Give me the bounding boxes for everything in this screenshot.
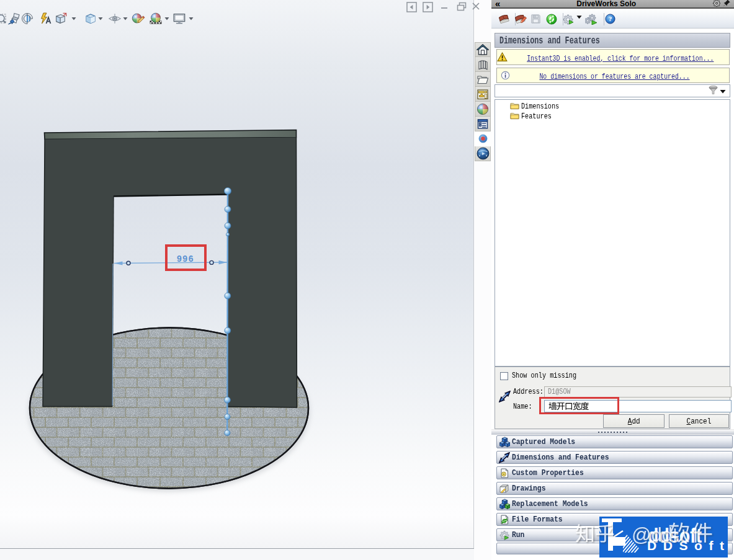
close-button[interactable] (472, 2, 480, 14)
svg-text:996: 996 (177, 254, 194, 264)
generate-options-icon[interactable] (562, 12, 575, 26)
zoom-to-area-icon[interactable] (7, 12, 20, 25)
notice-instant3d-link[interactable]: Instant3D is enabled, click for more inf… (527, 51, 723, 63)
panel-title: DriveWorks Solo (500, 0, 712, 8)
tab-view-palette[interactable] (475, 87, 491, 102)
folder-icon (510, 112, 519, 122)
file-formats-icon (497, 515, 512, 525)
save-icon[interactable] (529, 12, 542, 26)
show-only-missing-row: Show only missing (500, 371, 588, 380)
panel-options-gear-icon[interactable] (712, 0, 720, 9)
scene-3d-model: 996 (0, 0, 474, 548)
hide-show-items-icon[interactable] (108, 12, 122, 25)
generate-options-dropdown[interactable] (575, 15, 583, 19)
notice-no-captures[interactable]: No dimensions or features are captured..… (496, 68, 730, 83)
tab-design-library[interactable] (475, 57, 491, 72)
pane-splitter[interactable] (491, 429, 734, 435)
edit-appearance-icon[interactable] (132, 12, 145, 25)
annotation-red-box-name-field (539, 397, 619, 414)
view-orientation-dropdown[interactable] (71, 12, 77, 25)
show-only-missing-label: Show only missing (512, 371, 576, 380)
filter-box[interactable] (495, 84, 730, 97)
tab-appearances[interactable] (475, 102, 491, 117)
tab-driveworks-solo[interactable] (475, 131, 491, 146)
filter-funnel-icon[interactable] (709, 86, 718, 98)
folder-icon (510, 102, 519, 112)
notice-instant3d[interactable]: Instant3D is enabled, click for more inf… (496, 49, 730, 65)
task-pane-gutter (474, 0, 491, 560)
next-pane-button[interactable] (423, 2, 433, 16)
display-style-dropdown[interactable] (97, 12, 104, 25)
add-button[interactable]: Add (603, 414, 665, 428)
address-label: Address: (513, 388, 544, 396)
view-orientation-icon[interactable] (53, 12, 67, 25)
tree-item-dimensions[interactable]: Dimensions (495, 102, 730, 112)
capture-book-icon[interactable] (497, 12, 511, 26)
dimensions-and-features-icon (497, 452, 512, 463)
capture-tree: Dimensions Features (495, 99, 730, 367)
driveworks-home-icon[interactable] (545, 12, 558, 26)
run-icon (497, 530, 512, 540)
tab-file-explorer[interactable] (475, 72, 491, 87)
svg-text:@dd: @dd (632, 524, 673, 546)
notice-no-captures-link[interactable]: No dimensions or features are captured..… (530, 69, 707, 81)
previous-pane-button[interactable] (406, 2, 417, 16)
section-dimensions-and-features[interactable]: Dimensions and Features (496, 451, 733, 464)
solidworks-app: 996 (0, 0, 734, 560)
panel-pin-icon[interactable] (723, 0, 731, 9)
info-icon (497, 71, 513, 80)
driveworks-panel: « DriveWorks Solo Dimensions and Feature… (491, 0, 734, 560)
warning-icon (497, 52, 508, 62)
tab-solidworks-forum[interactable] (475, 146, 491, 161)
viewport-3d[interactable]: 996 (0, 0, 474, 548)
view-settings-dropdown[interactable] (188, 12, 194, 25)
tab-custom-properties[interactable] (475, 117, 491, 131)
minimize-button[interactable] (441, 1, 449, 13)
show-only-missing-checkbox[interactable] (500, 372, 508, 380)
section-replacement-models[interactable]: Replacement Models (496, 497, 733, 510)
address-field[interactable]: D1@SOW (544, 386, 732, 398)
cancel-button[interactable]: Cancel (669, 414, 729, 428)
drawings-icon (497, 484, 512, 494)
apply-scene-icon[interactable] (149, 12, 163, 25)
name-label: Name: (513, 402, 532, 411)
watermark-overlay-text: ddsoft @dd (574, 518, 734, 547)
dimension-996: 996 (114, 254, 227, 265)
panel-toolbar (491, 10, 734, 29)
capture-dimension-icon (499, 391, 511, 406)
apply-scene-dropdown[interactable] (164, 12, 170, 25)
display-style-icon[interactable] (84, 12, 97, 25)
section-drawings[interactable]: Drawings (496, 482, 733, 495)
view-settings-icon[interactable] (172, 12, 186, 25)
captured-models-icon (497, 437, 512, 447)
panel-section-header: Dimensions and Features (495, 33, 730, 48)
task-pane-tabs (475, 42, 491, 161)
collapse-panel-button[interactable]: « (495, 1, 500, 7)
panel-title-bar: « DriveWorks Solo (491, 0, 734, 9)
hide-show-items-dropdown[interactable] (122, 12, 128, 25)
annotation-view-icon[interactable] (38, 12, 51, 25)
custom-properties-icon (497, 468, 512, 478)
run-generate-icon[interactable] (584, 12, 598, 26)
tab-home[interactable] (475, 42, 491, 57)
tree-item-features[interactable]: Features (495, 112, 730, 122)
section-view-icon[interactable] (20, 12, 34, 25)
section-custom-properties[interactable]: Custom Properties (496, 466, 733, 479)
restore-button[interactable] (457, 2, 467, 14)
edit-book-icon[interactable] (514, 12, 527, 26)
replacement-models-icon (497, 499, 512, 509)
filter-dropdown-icon[interactable] (720, 86, 726, 97)
status-bar (0, 548, 474, 560)
help-icon[interactable] (603, 12, 617, 26)
section-captured-models[interactable]: Captured Models (496, 435, 733, 448)
